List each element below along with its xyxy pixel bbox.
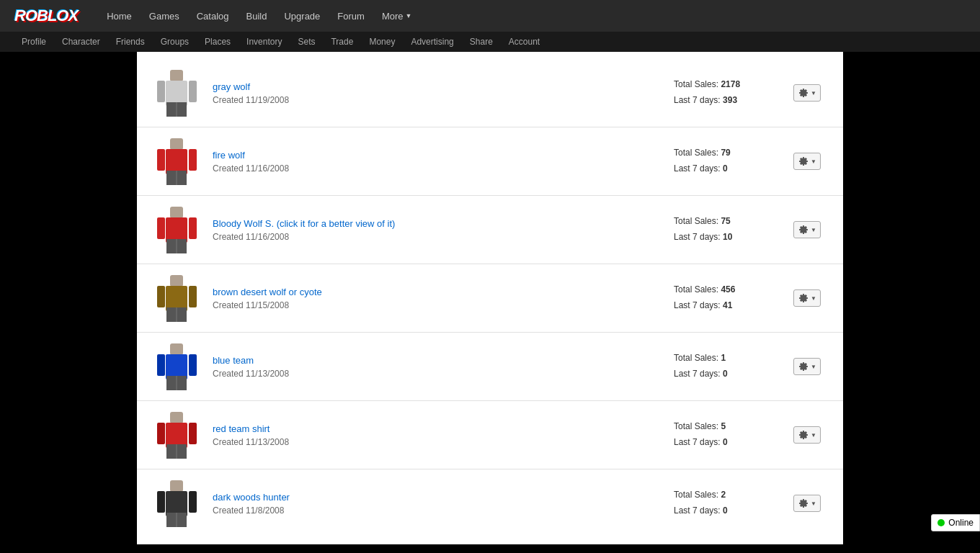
- gear-icon: [798, 361, 809, 372]
- nav-home[interactable]: Home: [99, 6, 139, 26]
- sec-nav-share[interactable]: Share: [463, 34, 500, 50]
- sec-nav-trade[interactable]: Trade: [324, 34, 360, 50]
- item-date: Created 11/19/2008: [213, 95, 289, 105]
- item-actions: ▼: [785, 221, 829, 238]
- item-info: Bloody Wolf S. (click it for a better vi…: [213, 218, 663, 242]
- item-stats: Total Sales: 1 Last 7 days: 0: [674, 351, 775, 382]
- nav-catalog[interactable]: Catalog: [190, 6, 236, 26]
- gear-icon: [798, 292, 809, 304]
- gear-icon: [798, 224, 809, 235]
- dropdown-arrow-icon: ▼: [811, 364, 816, 370]
- gear-icon: [798, 498, 809, 509]
- item-info: red team shirtCreated 11/13/2008: [213, 423, 663, 447]
- item-name-link[interactable]: blue team: [213, 355, 663, 366]
- dropdown-arrow-icon: ▼: [811, 500, 816, 507]
- nav-upgrade[interactable]: Upgrade: [277, 6, 327, 26]
- top-navigation: ROBLOX Home Games Catalog Build Upgrade …: [0, 0, 980, 32]
- nav-forum[interactable]: Forum: [330, 6, 372, 26]
- item-actions: ▼: [785, 495, 829, 512]
- online-indicator: [937, 519, 945, 526]
- last-7-days: Last 7 days: 0: [674, 367, 775, 382]
- sec-nav-money[interactable]: Money: [362, 34, 402, 50]
- last-7-days: Last 7 days: 393: [674, 93, 775, 109]
- table-row: brown desert wolf or cyoteCreated 11/15/…: [137, 264, 843, 333]
- item-list: gray wolfCreated 11/19/2008Total Sales: …: [137, 59, 843, 537]
- last-7-days: Last 7 days: 0: [674, 435, 775, 451]
- gear-dropdown-button[interactable]: ▼: [793, 289, 821, 307]
- logo: ROBLOX: [14, 6, 78, 25]
- item-name-link[interactable]: fire wolf: [213, 150, 663, 161]
- right-sidebar: [843, 52, 980, 544]
- online-badge: Online: [931, 514, 980, 531]
- gear-icon: [798, 87, 809, 99]
- nav-more[interactable]: More: [375, 6, 419, 26]
- table-row: red team shirtCreated 11/13/2008Total Sa…: [137, 401, 843, 469]
- item-actions: ▼: [785, 358, 829, 375]
- item-info: gray wolfCreated 11/19/2008: [213, 81, 663, 105]
- item-date: Created 11/8/2008: [213, 505, 284, 516]
- gear-dropdown-button[interactable]: ▼: [793, 495, 821, 512]
- item-thumbnail: [151, 478, 202, 529]
- table-row: gray wolfCreated 11/19/2008Total Sales: …: [137, 59, 843, 127]
- left-sidebar: [0, 52, 137, 544]
- gear-dropdown-button[interactable]: ▼: [793, 221, 821, 238]
- sec-nav-inventory[interactable]: Inventory: [239, 34, 289, 50]
- table-row: blue teamCreated 11/13/2008Total Sales: …: [137, 333, 843, 401]
- total-sales: Total Sales: 75: [674, 214, 775, 230]
- sec-nav-account[interactable]: Account: [502, 34, 547, 50]
- gear-dropdown-button[interactable]: ▼: [793, 84, 821, 102]
- table-row: dark woods hunterCreated 11/8/2008Total …: [137, 469, 843, 537]
- item-name-link[interactable]: red team shirt: [213, 423, 663, 434]
- nav-build[interactable]: Build: [239, 6, 275, 26]
- gear-dropdown-button[interactable]: ▼: [793, 358, 821, 375]
- last-7-days: Last 7 days: 0: [674, 161, 775, 177]
- gear-dropdown-button[interactable]: ▼: [793, 153, 821, 170]
- sec-nav-groups[interactable]: Groups: [153, 34, 196, 50]
- item-thumbnail: [151, 204, 202, 255]
- top-nav-links: Home Games Catalog Build Upgrade Forum M…: [99, 6, 419, 26]
- dropdown-arrow-icon: ▼: [811, 227, 816, 233]
- item-name-link[interactable]: dark woods hunter: [213, 492, 663, 503]
- item-name-link[interactable]: brown desert wolf or cyote: [213, 287, 663, 297]
- table-row: Bloody Wolf S. (click it for a better vi…: [137, 196, 843, 264]
- gear-dropdown-button[interactable]: ▼: [793, 426, 821, 444]
- gear-icon: [798, 156, 809, 167]
- item-thumbnail: [151, 341, 202, 392]
- gear-icon: [798, 429, 809, 441]
- item-stats: Total Sales: 5 Last 7 days: 0: [674, 419, 775, 450]
- item-name-link[interactable]: gray wolf: [213, 81, 663, 92]
- item-info: fire wolfCreated 11/16/2008: [213, 150, 663, 174]
- item-stats: Total Sales: 456 Last 7 days: 41: [674, 282, 775, 313]
- item-stats: Total Sales: 79 Last 7 days: 0: [674, 145, 775, 176]
- item-info: blue teamCreated 11/13/2008: [213, 355, 663, 379]
- nav-games[interactable]: Games: [142, 6, 187, 26]
- total-sales: Total Sales: 5: [674, 419, 775, 435]
- item-stats: Total Sales: 75 Last 7 days: 10: [674, 214, 775, 245]
- dropdown-arrow-icon: ▼: [811, 295, 816, 302]
- item-date: Created 11/15/2008: [213, 300, 289, 310]
- item-thumbnail: [151, 136, 202, 186]
- item-thumbnail: [151, 273, 202, 323]
- last-7-days: Last 7 days: 41: [674, 298, 775, 314]
- item-thumbnail: [151, 68, 202, 118]
- total-sales: Total Sales: 456: [674, 282, 775, 298]
- sec-nav-character[interactable]: Character: [55, 34, 107, 50]
- sec-nav-places[interactable]: Places: [197, 34, 238, 50]
- sec-nav-advertising[interactable]: Advertising: [404, 34, 460, 50]
- dropdown-arrow-icon: ▼: [811, 90, 816, 96]
- item-thumbnail: [151, 410, 202, 460]
- main-content: gray wolfCreated 11/19/2008Total Sales: …: [137, 52, 843, 544]
- item-actions: ▼: [785, 84, 829, 102]
- dropdown-arrow-icon: ▼: [811, 432, 816, 439]
- sec-nav-profile[interactable]: Profile: [14, 34, 53, 50]
- total-sales: Total Sales: 2: [674, 487, 775, 503]
- sec-nav-friends[interactable]: Friends: [109, 34, 152, 50]
- dropdown-arrow-icon: ▼: [811, 158, 816, 165]
- sec-nav-sets[interactable]: Sets: [290, 34, 322, 50]
- item-info: dark woods hunterCreated 11/8/2008: [213, 492, 663, 516]
- item-stats: Total Sales: 2 Last 7 days: 0: [674, 487, 775, 518]
- last-7-days: Last 7 days: 10: [674, 230, 775, 246]
- last-7-days: Last 7 days: 0: [674, 503, 775, 519]
- item-name-link[interactable]: Bloody Wolf S. (click it for a better vi…: [213, 218, 663, 229]
- table-row: fire wolfCreated 11/16/2008Total Sales: …: [137, 127, 843, 196]
